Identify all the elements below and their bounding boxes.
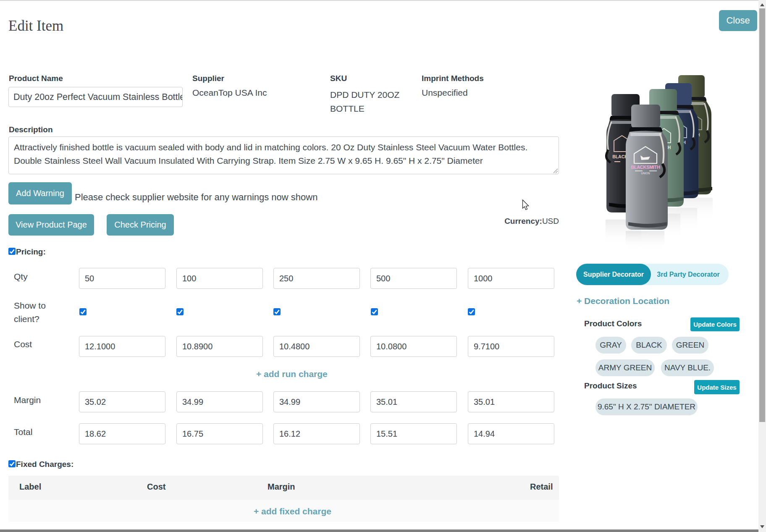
svg-text:UNION: UNION [641, 172, 650, 175]
svg-text:BLACKSMITH: BLACKSMITH [631, 165, 660, 170]
